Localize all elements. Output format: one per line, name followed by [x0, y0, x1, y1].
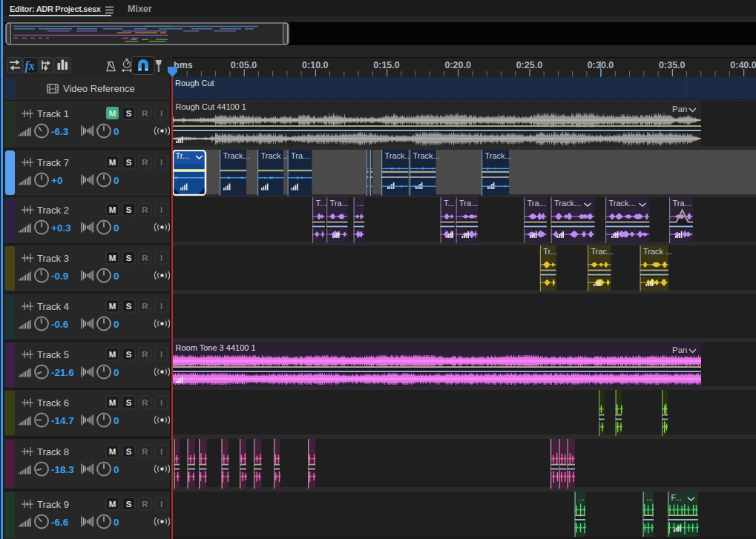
- svg-text:M: M: [109, 158, 116, 167]
- svg-text:S: S: [126, 500, 132, 509]
- svg-text:Track 5: Track 5: [37, 349, 69, 360]
- svg-text:0: 0: [114, 415, 119, 426]
- svg-text:R: R: [142, 109, 148, 118]
- svg-text:Track 4: Track 4: [37, 301, 69, 312]
- svg-text:-0.9: -0.9: [51, 271, 68, 282]
- svg-text:0:15.0: 0:15.0: [373, 60, 399, 70]
- svg-text:Tra...: Tra...: [330, 199, 349, 208]
- svg-text:...: ...: [357, 199, 364, 208]
- svg-text:M: M: [109, 350, 116, 359]
- svg-text:...: ...: [578, 493, 585, 502]
- svg-text:0:10.0: 0:10.0: [302, 60, 328, 70]
- svg-text:Track ...: Track ...: [261, 151, 290, 160]
- svg-text:M: M: [109, 398, 116, 407]
- svg-text:Track 1: Track 1: [37, 108, 69, 119]
- svg-text:R: R: [142, 447, 148, 456]
- svg-text:I: I: [160, 350, 162, 359]
- svg-text:+0: +0: [51, 175, 62, 186]
- svg-text:Track...: Track...: [223, 151, 250, 160]
- svg-text:Pan: Pan: [672, 345, 687, 354]
- svg-text:R: R: [142, 205, 148, 214]
- svg-text:Track 8: Track 8: [37, 446, 69, 457]
- svg-text:-6.6: -6.6: [51, 517, 69, 528]
- svg-text:...: ...: [646, 493, 653, 502]
- svg-text:S: S: [126, 254, 132, 262]
- svg-text:I: I: [160, 398, 162, 407]
- svg-text:Track 9: Track 9: [37, 499, 69, 510]
- svg-text:0:05.0: 0:05.0: [231, 60, 257, 70]
- svg-text:I: I: [160, 254, 162, 262]
- svg-text:0: 0: [114, 175, 119, 186]
- svg-text:0:20.0: 0:20.0: [444, 60, 470, 70]
- svg-text:M: M: [109, 109, 116, 118]
- svg-text:F...: F...: [671, 493, 683, 502]
- svg-text:0: 0: [114, 222, 119, 234]
- svg-text:Tra...: Tra...: [459, 199, 478, 208]
- svg-text:Track...: Track...: [413, 151, 440, 160]
- svg-text:I: I: [160, 109, 162, 118]
- svg-text:0: 0: [114, 464, 119, 475]
- svg-text:R: R: [142, 500, 148, 509]
- svg-text:S: S: [126, 398, 132, 407]
- svg-text:S: S: [126, 158, 132, 167]
- svg-text:S: S: [126, 447, 132, 456]
- svg-text:0: 0: [114, 517, 119, 528]
- svg-text:Pan: Pan: [672, 105, 687, 113]
- svg-text:I: I: [160, 158, 162, 167]
- svg-text:-14.7: -14.7: [51, 415, 74, 426]
- svg-text:0: 0: [114, 367, 119, 378]
- svg-text:-21.6: -21.6: [51, 367, 74, 378]
- svg-text:M: M: [109, 500, 116, 509]
- svg-text:S: S: [126, 109, 132, 118]
- svg-text:+0.3: +0.3: [51, 222, 71, 234]
- svg-text:-0.6: -0.6: [51, 319, 69, 330]
- svg-text:Tra...: Tra...: [527, 199, 546, 208]
- svg-text:T...: T...: [316, 199, 327, 208]
- svg-text:Track ...: Track ...: [643, 247, 672, 256]
- svg-text:Track 2: Track 2: [37, 205, 69, 216]
- svg-text:Track...: Track...: [485, 151, 512, 160]
- svg-text:Trac...: Trac...: [591, 247, 614, 256]
- svg-text:T...: T...: [444, 199, 455, 208]
- svg-text:-18.3: -18.3: [51, 464, 74, 475]
- svg-text:R: R: [142, 350, 148, 359]
- svg-text:I: I: [160, 205, 162, 214]
- svg-text:S: S: [126, 205, 132, 214]
- svg-text:Rough Cut 44100 1: Rough Cut 44100 1: [176, 102, 246, 111]
- svg-text:0: 0: [114, 319, 119, 330]
- svg-text:M: M: [109, 447, 116, 456]
- svg-text:I: I: [160, 447, 162, 456]
- svg-text:0: 0: [114, 271, 119, 282]
- svg-text:R: R: [142, 398, 148, 407]
- svg-text:R: R: [142, 254, 148, 262]
- svg-text:0:40.0: 0:40.0: [730, 60, 756, 70]
- svg-text:fx: fx: [25, 59, 35, 73]
- svg-text:-6.3: -6.3: [51, 126, 69, 137]
- svg-text:M: M: [109, 254, 116, 262]
- svg-text:Track...: Track...: [385, 151, 412, 160]
- svg-text:M: M: [109, 205, 116, 214]
- svg-text:0:35.0: 0:35.0: [659, 60, 685, 70]
- svg-text:Tra...: Tra...: [673, 199, 691, 208]
- svg-text:S: S: [126, 302, 132, 311]
- svg-text:I: I: [160, 302, 162, 311]
- svg-text:0:25.0: 0:25.0: [516, 60, 542, 70]
- svg-text:Tra...: Tra...: [291, 151, 309, 160]
- svg-text:Track...: Track...: [609, 199, 636, 208]
- svg-text:0: 0: [114, 126, 119, 137]
- svg-text:R: R: [142, 302, 148, 311]
- svg-text:M: M: [109, 302, 116, 311]
- svg-text:I: I: [160, 500, 162, 509]
- svg-text:Tr...: Tr...: [543, 247, 557, 256]
- svg-text:Track 7: Track 7: [37, 157, 69, 168]
- svg-text:R: R: [142, 158, 148, 167]
- svg-text:S: S: [126, 350, 132, 359]
- svg-text:Room Tone 3 44100 1: Room Tone 3 44100 1: [176, 343, 256, 352]
- svg-text:Tr...: Tr...: [176, 151, 190, 160]
- svg-text:Track...: Track...: [554, 199, 581, 208]
- svg-text:Track 6: Track 6: [37, 397, 69, 409]
- svg-text:Track 3: Track 3: [37, 253, 69, 264]
